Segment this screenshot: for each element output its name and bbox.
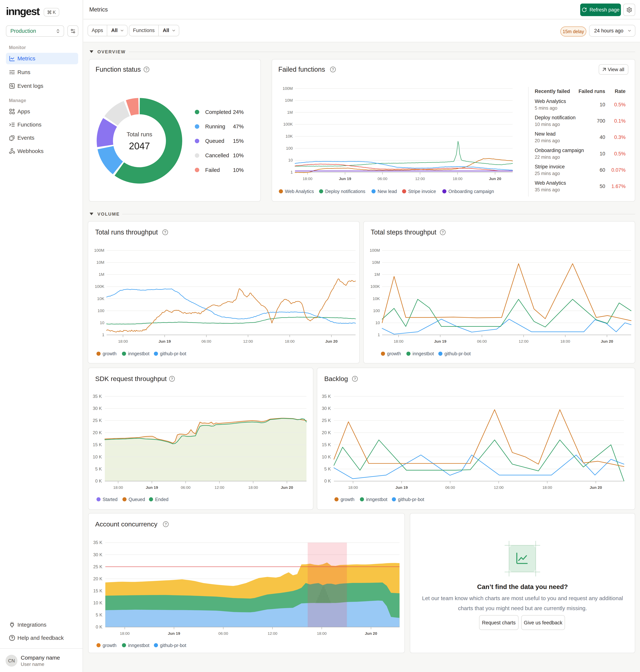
svg-text:18:00: 18:00 (303, 176, 312, 181)
svg-text:github-pr-bot: github-pr-bot (160, 351, 186, 356)
svg-text:Queued: Queued (129, 497, 145, 502)
svg-text:15%: 15% (233, 138, 244, 144)
svg-text:18:00: 18:00 (348, 485, 358, 489)
svg-text:100K: 100K (95, 284, 104, 289)
svg-text:Running: Running (205, 124, 225, 129)
svg-text:Total runs: Total runs (127, 131, 152, 138)
svg-text:Jun 20: Jun 20 (325, 339, 338, 343)
svg-text:10: 10 (600, 102, 605, 108)
svg-text:Total steps throughput: Total steps throughput (371, 228, 436, 236)
svg-text:View all: View all (608, 67, 624, 72)
svg-text:Web Analytics: Web Analytics (285, 189, 314, 194)
svg-text:25 K: 25 K (93, 564, 102, 569)
svg-text:Function status: Function status (96, 66, 141, 73)
svg-text:18:00: 18:00 (248, 485, 258, 489)
svg-text:20 K: 20 K (93, 430, 102, 435)
svg-text:100K: 100K (283, 122, 293, 127)
svg-text:0 K: 0 K (95, 478, 102, 484)
svg-text:Jun 20: Jun 20 (601, 339, 613, 343)
svg-text:Jun 19: Jun 19 (395, 485, 408, 489)
svg-text:Jun 20: Jun 20 (489, 176, 501, 181)
svg-text:Jun 19: Jun 19 (168, 631, 180, 635)
svg-text:22 mins ago: 22 mins ago (535, 155, 560, 160)
svg-text:10: 10 (375, 320, 380, 325)
svg-text:Stripe invoice: Stripe invoice (535, 164, 565, 170)
svg-text:06:00: 06:00 (181, 485, 191, 489)
svg-text:inngestbot: inngestbot (412, 351, 434, 356)
svg-text:Ended: Ended (155, 497, 169, 502)
svg-text:18:00: 18:00 (453, 176, 463, 181)
svg-text:20 K: 20 K (93, 576, 102, 581)
svg-text:growth: growth (387, 351, 401, 356)
svg-text:35 K: 35 K (93, 394, 102, 399)
svg-text:github-pr-bot: github-pr-bot (398, 497, 424, 502)
svg-text:Account concurrency: Account concurrency (95, 520, 157, 528)
svg-text:12:00: 12:00 (519, 339, 528, 343)
svg-text:Jun 20: Jun 20 (365, 631, 377, 635)
svg-text:10: 10 (100, 320, 104, 325)
svg-text:?: ? (171, 377, 173, 381)
svg-text:Deploy notification: Deploy notification (535, 115, 576, 120)
svg-text:35 mins ago: 35 mins ago (535, 187, 560, 192)
svg-text:18:00: 18:00 (120, 631, 130, 635)
svg-text:30 K: 30 K (93, 552, 102, 557)
svg-text:18:00: 18:00 (118, 339, 128, 343)
svg-text:12:00: 12:00 (243, 339, 253, 343)
svg-text:15 K: 15 K (322, 442, 331, 447)
svg-text:06:00: 06:00 (378, 176, 388, 181)
svg-text:12:00: 12:00 (494, 485, 504, 489)
svg-text:18:00: 18:00 (394, 339, 404, 343)
svg-text:25 K: 25 K (93, 418, 102, 423)
svg-text:Jun 20: Jun 20 (590, 485, 602, 489)
svg-text:?: ? (165, 522, 167, 526)
svg-text:18:00: 18:00 (113, 485, 123, 489)
svg-text:growth: growth (103, 351, 116, 356)
svg-text:35 K: 35 K (93, 540, 102, 545)
svg-text:github-pr-bot: github-pr-bot (445, 351, 471, 356)
svg-text:10M: 10M (97, 260, 104, 265)
svg-text:10K: 10K (286, 134, 293, 139)
svg-text:?: ? (164, 230, 166, 234)
svg-text:Recently failed: Recently failed (535, 88, 570, 94)
svg-text:10M: 10M (372, 260, 380, 265)
svg-text:5 K: 5 K (324, 467, 331, 471)
svg-text:06:00: 06:00 (202, 339, 211, 343)
svg-text:10%: 10% (233, 167, 244, 173)
svg-text:inngestbot: inngestbot (128, 643, 149, 648)
svg-text:06:00: 06:00 (477, 339, 487, 343)
svg-text:20 mins ago: 20 mins ago (535, 138, 560, 143)
svg-text:0 K: 0 K (96, 625, 102, 629)
svg-text:Failed: Failed (205, 167, 220, 173)
svg-text:Failed runs: Failed runs (579, 88, 605, 94)
svg-text:?: ? (442, 230, 444, 234)
svg-text:0.07%: 0.07% (611, 167, 626, 173)
svg-text:06:00: 06:00 (445, 485, 455, 489)
svg-text:60: 60 (600, 167, 605, 173)
svg-text:1M: 1M (374, 272, 380, 277)
svg-text:0.5%: 0.5% (614, 102, 626, 108)
svg-text:Deploy notifications: Deploy notifications (325, 189, 365, 194)
svg-text:15 K: 15 K (93, 588, 102, 593)
svg-text:Cancelled: Cancelled (205, 153, 229, 158)
svg-text:1: 1 (291, 170, 293, 174)
svg-text:30 K: 30 K (322, 406, 331, 411)
svg-text:?: ? (145, 68, 148, 71)
svg-text:700: 700 (597, 118, 605, 124)
svg-text:100: 100 (286, 146, 293, 151)
svg-text:5 K: 5 K (96, 612, 102, 617)
svg-text:1: 1 (378, 332, 380, 337)
svg-text:1M: 1M (287, 110, 293, 115)
svg-text:Web Analytics: Web Analytics (535, 180, 566, 186)
svg-text:Jun 19: Jun 19 (434, 339, 447, 343)
svg-text:10: 10 (288, 158, 293, 162)
svg-text:Started: Started (103, 497, 118, 502)
svg-text:30 K: 30 K (93, 406, 102, 411)
svg-text:10M: 10M (285, 98, 293, 103)
svg-text:?: ? (332, 68, 334, 71)
svg-text:SDK request throughput: SDK request throughput (95, 375, 167, 383)
svg-text:10 K: 10 K (93, 600, 102, 605)
svg-text:github-pr-bot: github-pr-bot (160, 643, 186, 648)
svg-text:100: 100 (373, 309, 380, 313)
svg-text:Let our team know which charts: Let our team know which charts are most … (422, 595, 623, 601)
svg-text:10K: 10K (97, 296, 104, 301)
